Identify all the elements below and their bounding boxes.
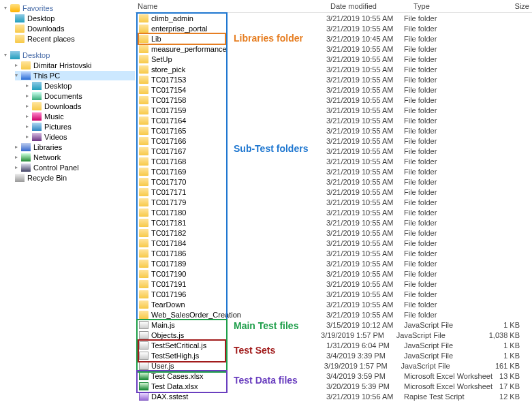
file-date: 3/21/2019 10:55 AM — [326, 311, 404, 319]
file-row[interactable]: SetUp3/21/2019 10:55 AMFile folder — [135, 54, 532, 64]
file-row[interactable]: Lib3/21/2019 10:45 AMFile folder — [135, 33, 532, 44]
file-row[interactable]: TC0171683/21/2019 10:55 AMFile folder — [135, 156, 532, 166]
file-type: File folder — [404, 260, 499, 268]
file-row[interactable]: User.js3/19/2019 1:57 PMJavaScript File1… — [135, 360, 532, 371]
file-date: 3/19/2019 1:57 PM — [324, 362, 401, 370]
pictures-icon — [32, 123, 42, 131]
file-row[interactable]: TC0171903/21/2019 10:55 AMFile folder — [135, 268, 532, 279]
file-type: File folder — [404, 270, 499, 278]
nav-control-panel[interactable]: ▸Control Panel — [15, 163, 135, 172]
file-row[interactable]: Test Cases.xlsx3/4/2019 3:59 PMMicrosoft… — [135, 371, 532, 381]
file-list: climb_admin3/21/2019 10:55 AMFile folder… — [135, 13, 532, 402]
nav-desktop[interactable]: ▾Desktop — [4, 50, 135, 60]
file-date: 3/21/2019 10:55 AM — [326, 260, 404, 268]
col-date[interactable]: Date modified — [328, 1, 411, 11]
file-icon — [139, 382, 148, 390]
nav-label: Favorites — [22, 3, 53, 13]
file-row[interactable]: TearDown3/21/2019 10:55 AMFile folder — [135, 299, 532, 309]
file-type: File folder — [404, 280, 499, 288]
file-type: File folder — [404, 86, 499, 94]
file-row[interactable]: TC0171823/21/2019 10:55 AMFile folder — [135, 228, 532, 238]
file-row[interactable]: TC0171693/21/2019 10:55 AMFile folder — [135, 166, 532, 176]
file-row[interactable]: TC0171653/21/2019 10:55 AMFile folder — [135, 125, 532, 136]
file-name: TC017154 — [151, 86, 186, 94]
file-row[interactable]: TestSetHigh.js3/4/2019 3:39 PMJavaScript… — [135, 350, 532, 360]
nav-fav-downloads[interactable]: Downloads — [15, 24, 135, 33]
nav-pc-downloads[interactable]: ▸Downloads — [26, 102, 135, 111]
file-row[interactable]: DAX.sstest3/21/2019 10:56 AMRapise Test … — [135, 391, 532, 401]
file-row[interactable]: TC0171843/21/2019 10:55 AMFile folder — [135, 238, 532, 248]
file-row[interactable]: enterprise_portal3/21/2019 10:55 AMFile … — [135, 23, 532, 33]
file-type: Microsoft Excel Worksheet — [404, 372, 499, 380]
file-row[interactable]: store_pick3/21/2019 10:55 AMFile folder — [135, 64, 532, 74]
file-row[interactable]: climb_admin3/21/2019 10:55 AMFile folder — [135, 13, 532, 23]
file-row[interactable]: Main.js3/15/2019 10:12 AMJavaScript File… — [135, 320, 532, 330]
nav-user[interactable]: ▸Dimitar Hristovski — [15, 61, 135, 70]
file-row[interactable]: TC0171543/21/2019 10:55 AMFile folder — [135, 84, 532, 95]
file-date: 1/31/2019 6:04 PM — [326, 341, 404, 350]
file-name: Main.js — [151, 321, 175, 329]
file-icon — [139, 300, 148, 309]
file-type: File folder — [404, 65, 499, 74]
file-name: TC017182 — [151, 229, 186, 237]
file-row[interactable]: TC0171533/21/2019 10:55 AMFile folder — [135, 74, 532, 84]
nav-pc-videos[interactable]: ▸Videos — [26, 132, 135, 142]
file-pane: Name Date modified Type Size climb_admin… — [135, 0, 532, 402]
nav-pc-pictures[interactable]: ▸Pictures — [26, 122, 135, 132]
col-size[interactable]: Size — [512, 1, 532, 11]
nav-favorites[interactable]: ▾Favorites — [4, 3, 135, 13]
file-type: JavaScript File — [401, 362, 495, 370]
file-date: 3/21/2019 10:55 AM — [326, 25, 404, 33]
file-row[interactable]: TC0171703/21/2019 10:55 AMFile folder — [135, 176, 532, 187]
file-icon — [139, 127, 148, 135]
file-name: TC017164 — [151, 117, 186, 125]
file-row[interactable]: TC0171643/21/2019 10:55 AMFile folder — [135, 115, 532, 125]
desktop-icon — [32, 82, 42, 90]
nav-fav-recent[interactable]: Recent places — [15, 34, 135, 44]
nav-network[interactable]: ▸Network — [15, 153, 135, 162]
nav-label: Desktop — [44, 81, 72, 91]
file-date: 3/21/2019 10:45 AM — [326, 35, 404, 43]
file-row[interactable]: TC0171583/21/2019 10:55 AMFile folder — [135, 95, 532, 105]
file-row[interactable]: TC0171893/21/2019 10:55 AMFile folder — [135, 258, 532, 268]
file-icon — [139, 392, 148, 401]
col-name[interactable]: Name — [135, 1, 328, 11]
file-row[interactable]: TC0171813/21/2019 10:55 AMFile folder — [135, 217, 532, 228]
nav-pc-desktop[interactable]: ▸Desktop — [26, 81, 135, 91]
file-row[interactable]: TC0171863/21/2019 10:55 AMFile folder — [135, 248, 532, 258]
file-row[interactable]: TC0171793/21/2019 10:55 AMFile folder — [135, 197, 532, 207]
file-name: TC017153 — [151, 76, 186, 84]
recycle-icon — [15, 174, 25, 182]
file-name: TC017196 — [151, 290, 186, 298]
file-row[interactable]: measure_performance3/21/2019 10:55 AMFil… — [135, 44, 532, 54]
file-name: measure_performance — [151, 45, 227, 53]
file-row[interactable]: TC0171713/21/2019 10:55 AMFile folder — [135, 187, 532, 197]
file-date: 3/21/2019 10:55 AM — [326, 249, 404, 258]
file-row[interactable]: TestSetCritical.js1/31/2019 6:04 PMJavaS… — [135, 340, 532, 350]
file-row[interactable]: TC0171803/21/2019 10:55 AMFile folder — [135, 207, 532, 217]
file-row[interactable]: TC0171963/21/2019 10:55 AMFile folder — [135, 289, 532, 299]
file-type: File folder — [404, 157, 499, 166]
nav-this-pc[interactable]: ▾This PC — [15, 71, 135, 80]
file-row[interactable]: TC0171913/21/2019 10:55 AMFile folder — [135, 279, 532, 289]
file-row[interactable]: Objects.js3/19/2019 1:57 PMJavaScript Fi… — [135, 330, 532, 340]
nav-libraries[interactable]: ▸Libraries — [15, 142, 135, 152]
file-row[interactable]: Web_SalesOrder_Creation3/21/2019 10:55 A… — [135, 309, 532, 320]
nav-recycle[interactable]: Recycle Bin — [15, 173, 135, 183]
nav-label: Documents — [44, 91, 82, 101]
file-date: 3/21/2019 10:55 AM — [326, 147, 404, 155]
pc-icon — [21, 72, 31, 80]
file-date: 3/4/2019 3:39 PM — [326, 352, 404, 360]
file-row[interactable]: TC0171673/21/2019 10:55 AMFile folder — [135, 146, 532, 156]
col-type[interactable]: Type — [411, 1, 512, 11]
file-name: Test Data.xlsx — [151, 382, 198, 390]
file-row[interactable]: TC0171663/21/2019 10:55 AMFile folder — [135, 136, 532, 146]
file-row[interactable]: Test Data.xlsx3/20/2019 5:39 PMMicrosoft… — [135, 381, 532, 391]
nav-pc-music[interactable]: ▸Music — [26, 112, 135, 121]
file-icon — [139, 229, 148, 237]
nav-pc-documents[interactable]: ▸Documents — [26, 91, 135, 101]
nav-fav-desktop[interactable]: Desktop — [15, 14, 135, 23]
file-type: Microsoft Excel Worksheet — [404, 382, 499, 390]
file-row[interactable]: TC0171593/21/2019 10:55 AMFile folder — [135, 105, 532, 115]
desktop-icon — [15, 14, 25, 22]
